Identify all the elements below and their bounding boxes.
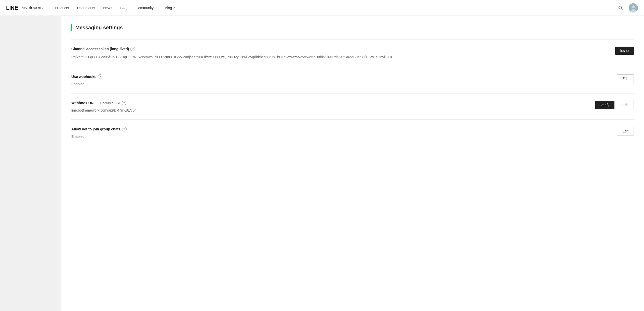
main-nav: Products Documents News FAQ Community ↗ … <box>51 0 616 16</box>
use-webhooks-buttons: Edit <box>617 74 634 83</box>
allow-bot-group-chats-section: Allow bot to join group chats ? Enabled … <box>71 119 634 146</box>
webhook-url-buttons: Verify Edit <box>595 101 634 109</box>
verify-button[interactable]: Verify <box>595 101 614 109</box>
nav-item-faq[interactable]: FAQ <box>116 0 131 16</box>
page-wrapper: Messaging settings Channel access token … <box>0 16 644 311</box>
logo[interactable]: LINE Developers <box>6 5 43 11</box>
group-chats-edit-button[interactable]: Edit <box>617 127 634 136</box>
issue-button[interactable]: Issue <box>615 47 634 55</box>
logo-developers: Developers <box>19 5 43 10</box>
webhook-url-section: Webhook URL Requires SSL ? line.botframe… <box>71 93 634 119</box>
channel-access-token-section: Channel access token (long-lived) ? Pq/2… <box>71 39 634 67</box>
nav-item-community[interactable]: Community ↗ <box>131 0 161 16</box>
channel-access-token-value: Pq/2emFE0qD0U8cyu5flvlV1ZvHqD9CWLxqnqvwo… <box>71 54 609 60</box>
channel-access-token-left: Channel access token (long-lived) ? Pq/2… <box>71 47 615 60</box>
allow-bot-group-chats-value: Enabled <box>71 134 611 139</box>
use-webhooks-row: Use webhooks ? Enabled Edit <box>71 74 634 86</box>
nav-item-products[interactable]: Products <box>51 0 73 16</box>
search-button[interactable] <box>616 4 625 12</box>
header-actions <box>616 3 638 12</box>
channel-access-token-buttons: Issue <box>615 47 634 55</box>
svg-line-1 <box>621 8 623 10</box>
allow-bot-group-chats-left: Allow bot to join group chats ? Enabled <box>71 127 617 139</box>
main-content: Messaging settings Channel access token … <box>61 16 644 311</box>
allow-bot-group-chats-buttons: Edit <box>617 127 634 136</box>
use-webhooks-label: Use webhooks ? <box>71 74 611 79</box>
webhook-url-row: Webhook URL Requires SSL ? line.botframe… <box>71 101 634 112</box>
nav-item-blog[interactable]: Blog ↗ <box>161 0 179 16</box>
channel-access-token-label: Channel access token (long-lived) ? <box>71 47 609 51</box>
nav-item-documents[interactable]: Documents <box>73 0 99 16</box>
use-webhooks-left: Use webhooks ? Enabled <box>71 74 617 86</box>
logo-line: LINE <box>6 5 18 11</box>
external-link-icon: ↗ <box>173 6 175 9</box>
webhooks-help-icon[interactable]: ? <box>98 74 102 79</box>
channel-access-token-row: Channel access token (long-lived) ? Pq/2… <box>71 47 634 60</box>
nav-item-news[interactable]: News <box>99 0 116 16</box>
external-link-icon: ↗ <box>155 6 157 9</box>
webhook-url-help-icon[interactable]: ? <box>122 101 126 105</box>
header: LINE Developers Products Documents News … <box>0 0 644 16</box>
svg-point-3 <box>632 5 635 8</box>
use-webhooks-section: Use webhooks ? Enabled Edit <box>71 67 634 93</box>
webhook-url-value: line.botframework.com/api/DR7rrK8EV0f <box>71 108 589 112</box>
webhooks-edit-button[interactable]: Edit <box>617 74 634 83</box>
group-chats-help-icon[interactable]: ? <box>122 127 127 131</box>
section-title-bar: Messaging settings <box>71 24 634 31</box>
webhook-url-label: Webhook URL Requires SSL ? <box>71 101 589 105</box>
title-accent <box>71 24 72 31</box>
channel-token-help-icon[interactable]: ? <box>130 47 135 51</box>
page-title: Messaging settings <box>75 25 123 31</box>
sidebar <box>0 16 61 311</box>
webhook-edit-button[interactable]: Edit <box>617 101 634 109</box>
allow-bot-group-chats-label: Allow bot to join group chats ? <box>71 127 611 131</box>
webhook-url-left: Webhook URL Requires SSL ? line.botframe… <box>71 101 595 112</box>
use-webhooks-value: Enabled <box>71 82 611 86</box>
requires-ssl-label: Requires SSL ? <box>100 101 126 105</box>
allow-bot-group-chats-row: Allow bot to join group chats ? Enabled … <box>71 127 634 139</box>
user-avatar[interactable] <box>629 3 638 12</box>
